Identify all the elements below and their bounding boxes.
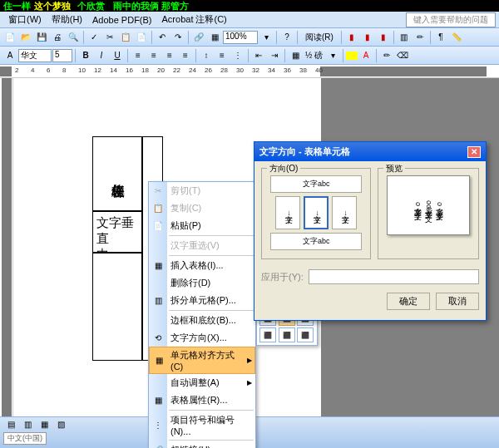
table-cell-3[interactable] xyxy=(92,253,142,361)
redo-icon[interactable]: ↷ xyxy=(170,30,185,45)
paste-icon[interactable]: 📄 xyxy=(134,30,149,45)
table-cell-1[interactable]: 怎样使表格 xyxy=(92,136,142,211)
copy-icon[interactable]: 📋 xyxy=(118,30,133,45)
undo-icon[interactable]: ↶ xyxy=(155,30,170,45)
cm-text-direction[interactable]: ⟲文字方向(X)... xyxy=(149,329,255,347)
status-lang[interactable]: 中文(中国) xyxy=(3,432,47,445)
preview-icon[interactable]: 🔍 xyxy=(66,30,81,45)
italic-button[interactable]: I xyxy=(94,48,109,63)
increase-indent-icon[interactable]: ⇥ xyxy=(267,48,282,63)
dialog-title-bar[interactable]: 文字方向 - 表格单元格 ✕ xyxy=(254,142,486,161)
help-search-box[interactable]: 键入需要帮助的问题 xyxy=(406,12,496,27)
align-right-icon[interactable]: ≡ xyxy=(162,48,177,63)
pdf-mail-icon[interactable]: ▮ xyxy=(360,30,375,45)
close-button[interactable]: ✕ xyxy=(467,146,481,158)
orient-vert-2[interactable]: 文字→ xyxy=(304,196,329,229)
split-cells-icon: ▥ xyxy=(151,294,165,308)
menu-help[interactable]: 帮助(H) xyxy=(47,13,87,26)
ruler-tick: 32 xyxy=(252,66,259,74)
pdf-review-icon[interactable]: ▮ xyxy=(376,30,391,45)
menu-adobe-pdf[interactable]: Adobe PDF(B) xyxy=(87,15,157,25)
cm-hyperlink[interactable]: 🔗超链接(H)... xyxy=(149,441,255,448)
cm-borders[interactable]: 边框和底纹(B)... xyxy=(149,312,255,329)
ruler-tick: 36 xyxy=(284,66,291,74)
title-bar: 住一样 这个梦独 个欣赏 雨中的我俩 那管方 xyxy=(0,0,499,12)
columns-icon[interactable]: ▥ xyxy=(397,30,412,45)
view-normal-icon[interactable]: ▤ xyxy=(3,416,18,431)
border-icon[interactable]: ▦ xyxy=(288,48,303,63)
orient-horizontal-2[interactable]: 文字abc xyxy=(270,233,362,250)
cm-autofit[interactable]: 自动调整(A)▶ xyxy=(149,374,255,391)
cancel-button[interactable]: 取消 xyxy=(436,293,479,310)
menu-acrobat[interactable]: Acrobat 注释(C) xyxy=(157,13,232,26)
bold-button[interactable]: B xyxy=(78,48,93,63)
drawing-icon[interactable]: ✏ xyxy=(413,30,427,45)
ruler-icon[interactable]: 📏 xyxy=(449,30,464,45)
size-combo[interactable]: 5 xyxy=(52,49,72,62)
line-weight[interactable]: ½ 磅 xyxy=(304,50,324,62)
ruler-tick: 8 xyxy=(62,66,66,74)
apply-to-label: 应用于(Y): xyxy=(261,271,304,283)
view-print-icon[interactable]: ▦ xyxy=(37,416,52,431)
justify-icon[interactable]: ≡ xyxy=(178,48,193,63)
ruler-horizontal[interactable]: 246810121416182022242628303234363840 xyxy=(0,65,499,78)
align-bottom-right[interactable]: ⬛ xyxy=(297,327,314,342)
ok-button[interactable]: 确定 xyxy=(387,293,430,310)
view-web-icon[interactable]: ▥ xyxy=(20,416,35,431)
ruler-tick: 34 xyxy=(268,66,275,74)
zoom-dropdown-icon[interactable]: ▾ xyxy=(259,30,274,45)
ruler-tick: 18 xyxy=(141,66,149,74)
orient-vert-3[interactable]: 文字→ xyxy=(332,196,357,229)
ruler-vertical[interactable] xyxy=(0,78,13,427)
apply-to-combo[interactable] xyxy=(309,269,479,284)
align-left-icon[interactable]: ≡ xyxy=(131,48,146,63)
ruler-tick: 22 xyxy=(173,66,180,74)
preview-box: 文字乡o文字乡o文字乡o文字乡o文字乡 xyxy=(387,175,470,235)
help-icon[interactable]: ? xyxy=(279,30,294,45)
underline-button[interactable]: U xyxy=(110,48,125,63)
font-combo[interactable]: 华文 xyxy=(18,49,52,62)
font-color-icon[interactable]: A xyxy=(358,48,373,63)
cm-delete-row[interactable]: 删除行(D) xyxy=(149,274,255,292)
orient-vert-1[interactable]: 文字→ xyxy=(275,196,300,229)
dialog-title: 文字方向 - 表格单元格 xyxy=(259,145,350,158)
cut-icon[interactable]: ✂ xyxy=(102,30,117,45)
zoom-combo[interactable]: 100% xyxy=(223,31,258,44)
link-icon[interactable]: 🔗 xyxy=(191,30,206,45)
menu-window[interactable]: 窗口(W) xyxy=(3,13,47,26)
ruler-tick: 2 xyxy=(15,66,18,74)
open-icon[interactable]: 📂 xyxy=(18,30,33,45)
highlight-icon[interactable] xyxy=(346,52,358,60)
style-icon[interactable]: A xyxy=(2,48,17,63)
cm-cell-align[interactable]: ▦单元格对齐方式(C)▶ xyxy=(149,347,255,374)
view-outline-icon[interactable]: ▧ xyxy=(53,416,68,431)
cm-reselect: 汉字重选(V) xyxy=(149,237,255,254)
show-marks-icon[interactable]: ¶ xyxy=(433,30,448,45)
align-bottom-center[interactable]: ⬛ xyxy=(279,327,295,342)
table-icon[interactable]: ▦ xyxy=(207,30,222,45)
align-bottom-left[interactable]: ⬛ xyxy=(259,327,276,342)
bullets-icon[interactable]: ⋮ xyxy=(230,48,245,63)
orient-horizontal[interactable]: 文字abc xyxy=(270,175,362,193)
cm-paste[interactable]: 📄粘贴(P) xyxy=(149,217,255,234)
cm-split-cells[interactable]: ▥拆分单元格(P)... xyxy=(149,292,255,309)
eraser-icon[interactable]: ⌫ xyxy=(395,48,410,63)
cm-table-props[interactable]: ▦表格属性(R)... xyxy=(149,391,255,409)
read-mode-button[interactable]: 阅读(R) xyxy=(300,32,338,43)
cm-bullets[interactable]: ⋮项目符号和编号(N)... xyxy=(149,411,255,439)
cm-insert-table[interactable]: ▦插入表格(I)... xyxy=(149,257,255,274)
line-spacing-icon[interactable]: ↕ xyxy=(199,48,214,63)
border-dropdown-icon[interactable]: ▾ xyxy=(325,48,340,63)
table-cell-2[interactable]: 文字垂直中 xyxy=(92,211,142,253)
spell-icon[interactable]: ✓ xyxy=(86,30,101,45)
save-icon[interactable]: 💾 xyxy=(34,30,49,45)
toolbar-formatting: A 华文 5 B I U ≡ ≡ ≡ ≡ ↕ ≡ ⋮ ⇤ ⇥ ▦ ½ 磅 ▾ A… xyxy=(0,47,499,65)
pdf-icon[interactable]: ▮ xyxy=(344,30,359,45)
numbering-icon[interactable]: ≡ xyxy=(215,48,230,63)
align-center-icon[interactable]: ≡ xyxy=(146,48,161,63)
new-doc-icon[interactable]: 📄 xyxy=(2,30,17,45)
draw-table-icon[interactable]: ✏ xyxy=(379,48,394,63)
decrease-indent-icon[interactable]: ⇤ xyxy=(251,48,266,63)
print-icon[interactable]: 🖨 xyxy=(50,30,65,45)
title-text-1: 住一样 xyxy=(3,0,31,12)
